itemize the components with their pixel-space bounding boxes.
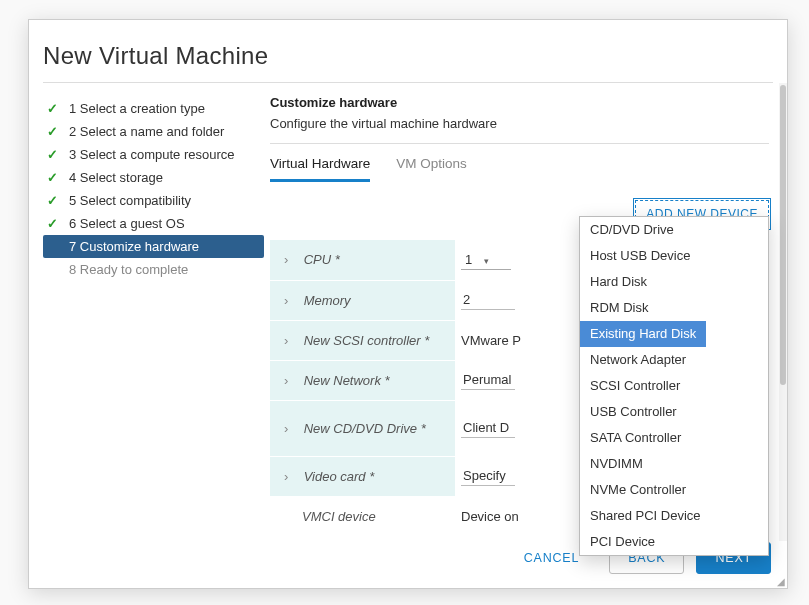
cdrom-select[interactable]: Client D: [461, 418, 515, 438]
row-label[interactable]: › Memory: [270, 280, 455, 320]
wizard-step-1[interactable]: ✓ 1 Select a creation type: [43, 97, 264, 120]
row-label[interactable]: › New SCSI controller *: [270, 320, 455, 360]
section-title: Customize hardware: [270, 95, 769, 110]
scsi-value: VMware P: [461, 333, 521, 348]
row-label[interactable]: › New CD/DVD Drive *: [270, 400, 455, 456]
cpu-select[interactable]: 1: [461, 250, 511, 270]
tab-virtual-hardware[interactable]: Virtual Hardware: [270, 156, 370, 182]
row-label-text: New CD/DVD Drive *: [304, 421, 426, 436]
wizard-step-7[interactable]: ✓ 7 Customize hardware: [43, 235, 264, 258]
wizard-step-3[interactable]: ✓ 3 Select a compute resource: [43, 143, 264, 166]
wizard-step-label: 5 Select compatibility: [69, 193, 191, 208]
dd-item-hard-disk[interactable]: Hard Disk: [580, 269, 768, 295]
dd-item-rdm-disk[interactable]: RDM Disk: [580, 295, 768, 321]
new-vm-dialog: New Virtual Machine ✓ 1 Select a creatio…: [28, 19, 788, 589]
wizard-step-label: 8 Ready to complete: [69, 262, 188, 277]
check-icon: ✓: [47, 170, 61, 185]
row-label-text: CPU *: [304, 252, 340, 267]
wizard-step-8: ✓ 8 Ready to complete: [43, 258, 264, 281]
dialog-title: New Virtual Machine: [29, 20, 787, 82]
row-label[interactable]: › New Network *: [270, 360, 455, 400]
check-icon: ✓: [47, 101, 61, 116]
memory-input[interactable]: 2: [461, 290, 515, 310]
wizard-step-6[interactable]: ✓ 6 Select a guest OS: [43, 212, 264, 235]
dd-item-existing-hard-disk[interactable]: Existing Hard Disk: [580, 321, 706, 347]
network-select[interactable]: Perumal: [461, 370, 515, 390]
dd-item-host-usb[interactable]: Host USB Device: [580, 243, 768, 269]
wizard-step-label: 6 Select a guest OS: [69, 216, 185, 231]
dd-item-usb-controller[interactable]: USB Controller: [580, 399, 768, 425]
dd-item-shared-pci[interactable]: Shared PCI Device: [580, 503, 768, 529]
content-pane: Customize hardware Configure the virtual…: [264, 83, 787, 541]
resize-handle-icon[interactable]: [773, 574, 783, 584]
dd-item-scsi-controller[interactable]: SCSI Controller: [580, 373, 768, 399]
dd-item-pci-device[interactable]: PCI Device: [580, 529, 768, 555]
row-label[interactable]: › CPU *: [270, 240, 455, 280]
wizard-nav: ✓ 1 Select a creation type ✓ 2 Select a …: [29, 83, 264, 541]
check-icon: ✓: [47, 216, 61, 231]
chevron-right-icon: ›: [284, 469, 294, 484]
row-label-text: VMCI device: [302, 509, 376, 524]
add-device-dropdown: CD/DVD Drive Host USB Device Hard Disk R…: [579, 216, 769, 556]
chevron-right-icon: ›: [284, 252, 294, 267]
row-label-text: Memory: [304, 293, 351, 308]
section-subtitle: Configure the virtual machine hardware: [270, 116, 769, 131]
row-label: VMCI device: [270, 496, 455, 536]
check-icon: ✓: [47, 124, 61, 139]
check-icon: ✓: [47, 147, 61, 162]
chevron-right-icon: ›: [284, 373, 294, 388]
dd-item-nvme-controller[interactable]: NVMe Controller: [580, 477, 768, 503]
tab-vm-options[interactable]: VM Options: [396, 156, 467, 182]
wizard-step-label: 4 Select storage: [69, 170, 163, 185]
row-label-text: New Network *: [304, 373, 390, 388]
chevron-right-icon: ›: [284, 293, 294, 308]
tabs: Virtual Hardware VM Options: [270, 156, 769, 182]
row-label-text: New SCSI controller *: [304, 333, 430, 348]
dd-item-cdrom[interactable]: CD/DVD Drive: [580, 217, 768, 243]
wizard-step-label: 7 Customize hardware: [69, 239, 199, 254]
video-select[interactable]: Specify: [461, 466, 515, 486]
section-separator: [270, 143, 769, 144]
check-icon: ✓: [47, 193, 61, 208]
vmci-value: Device on: [461, 509, 519, 524]
row-label[interactable]: › Video card *: [270, 456, 455, 496]
dd-item-network-adapter[interactable]: Network Adapter: [580, 347, 768, 373]
wizard-step-label: 1 Select a creation type: [69, 101, 205, 116]
row-label-text: Video card *: [304, 469, 375, 484]
chevron-right-icon: ›: [284, 421, 294, 436]
dd-item-sata-controller[interactable]: SATA Controller: [580, 425, 768, 451]
wizard-step-label: 2 Select a name and folder: [69, 124, 224, 139]
dd-item-nvdimm[interactable]: NVDIMM: [580, 451, 768, 477]
chevron-right-icon: ›: [284, 333, 294, 348]
scrollbar-thumb[interactable]: [780, 85, 786, 385]
wizard-step-label: 3 Select a compute resource: [69, 147, 234, 162]
wizard-step-2[interactable]: ✓ 2 Select a name and folder: [43, 120, 264, 143]
wizard-step-4[interactable]: ✓ 4 Select storage: [43, 166, 264, 189]
scrollbar-track[interactable]: [779, 83, 787, 541]
wizard-step-5[interactable]: ✓ 5 Select compatibility: [43, 189, 264, 212]
